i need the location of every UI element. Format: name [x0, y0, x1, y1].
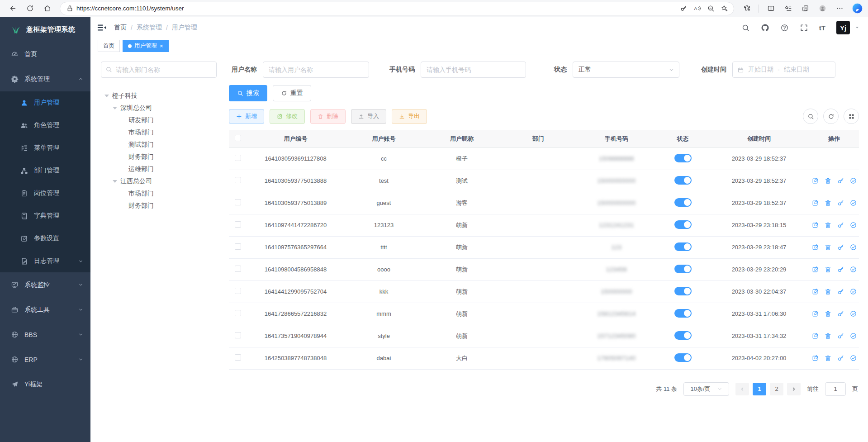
row-reset-password-icon[interactable]: [837, 222, 844, 228]
password-key-icon[interactable]: [677, 2, 690, 15]
collections-icon[interactable]: [797, 2, 813, 15]
breadcrumb-item[interactable]: 系统管理: [137, 24, 162, 32]
table-columns-button[interactable]: [844, 109, 859, 124]
row-delete-icon[interactable]: [825, 200, 831, 206]
browser-profile-avatar[interactable]: [814, 2, 830, 15]
row-delete-icon[interactable]: [825, 266, 831, 273]
sidebar-item-param[interactable]: 参数设置: [0, 227, 90, 250]
row-checkbox[interactable]: [235, 177, 241, 183]
page-button-2[interactable]: 2: [770, 383, 783, 395]
row-reset-password-icon[interactable]: [837, 288, 844, 295]
extensions-icon[interactable]: [739, 2, 755, 15]
sidebar-item-log[interactable]: 日志管理: [0, 250, 90, 272]
tab-close-icon[interactable]: ×: [160, 43, 163, 49]
sidebar-item-erp[interactable]: ERP: [0, 347, 90, 372]
row-edit-icon[interactable]: [812, 288, 819, 295]
row-edit-icon[interactable]: [812, 333, 819, 339]
add-button[interactable]: 新增: [229, 109, 264, 124]
status-toggle[interactable]: [674, 265, 692, 273]
sidebar-item-monitor[interactable]: 系统监控: [0, 272, 90, 297]
status-toggle[interactable]: [674, 242, 692, 251]
sidebar-item-tools[interactable]: 系统工具: [0, 297, 90, 322]
row-edit-icon[interactable]: [812, 310, 819, 317]
split-screen-icon[interactable]: [763, 2, 779, 15]
table-refresh-button[interactable]: [823, 109, 839, 124]
add-favorite-star-icon[interactable]: [717, 2, 731, 15]
tree-node[interactable]: 财务部门: [101, 200, 217, 212]
row-checkbox[interactable]: [235, 221, 241, 228]
row-assign-role-icon[interactable]: [850, 222, 857, 228]
row-reset-password-icon[interactable]: [837, 355, 844, 361]
browser-refresh-button[interactable]: [22, 2, 38, 15]
row-assign-role-icon[interactable]: [850, 355, 857, 361]
table-search-button[interactable]: [803, 109, 818, 124]
row-delete-icon[interactable]: [825, 333, 831, 339]
phone-input[interactable]: [421, 62, 526, 78]
github-icon[interactable]: [761, 24, 769, 32]
goto-page-input[interactable]: [825, 382, 846, 396]
browser-more-menu-icon[interactable]: [831, 2, 848, 15]
row-delete-icon[interactable]: [825, 355, 831, 361]
row-reset-password-icon[interactable]: [837, 310, 844, 317]
app-logo[interactable]: 意框架管理系统: [0, 17, 90, 42]
row-checkbox[interactable]: [235, 288, 241, 294]
sidebar-collapse-icon[interactable]: [97, 23, 107, 33]
row-checkbox[interactable]: [235, 199, 241, 205]
status-toggle[interactable]: [674, 353, 692, 362]
tree-node[interactable]: 江西总公司: [101, 175, 217, 187]
reset-button[interactable]: 重置: [273, 85, 311, 101]
next-page-button[interactable]: [787, 383, 801, 395]
row-edit-icon[interactable]: [812, 200, 819, 206]
row-assign-role-icon[interactable]: [850, 200, 857, 206]
status-toggle[interactable]: [674, 309, 692, 318]
row-reset-password-icon[interactable]: [837, 244, 844, 251]
row-delete-icon[interactable]: [825, 177, 831, 184]
select-all-checkbox[interactable]: [235, 135, 241, 141]
zoom-out-icon[interactable]: [704, 2, 717, 15]
status-toggle[interactable]: [674, 331, 692, 340]
tree-expand-caret-icon[interactable]: [113, 107, 117, 109]
status-toggle[interactable]: [674, 287, 692, 295]
sidebar-item-post[interactable]: 岗位管理: [0, 182, 90, 204]
favorites-list-icon[interactable]: [780, 2, 796, 15]
row-edit-icon[interactable]: [812, 244, 819, 251]
tree-node[interactable]: 深圳总公司: [101, 102, 217, 114]
tree-node[interactable]: 财务部门: [101, 151, 217, 163]
row-reset-password-icon[interactable]: [837, 333, 844, 339]
tree-node[interactable]: 市场部门: [101, 187, 217, 200]
header-search-icon[interactable]: [741, 24, 750, 32]
avatar-caret-down-icon[interactable]: [854, 25, 860, 30]
read-aloud-icon[interactable]: A: [690, 2, 704, 15]
row-assign-role-icon[interactable]: [850, 310, 857, 317]
row-delete-icon[interactable]: [825, 244, 831, 251]
row-edit-icon[interactable]: [812, 266, 819, 273]
row-delete-icon[interactable]: [825, 222, 831, 228]
row-checkbox[interactable]: [235, 310, 241, 316]
edit-button[interactable]: 修改: [270, 109, 305, 124]
browser-home-button[interactable]: [39, 2, 55, 15]
tree-expand-caret-icon[interactable]: [113, 180, 117, 183]
bing-copilot-icon[interactable]: [851, 2, 863, 14]
status-toggle[interactable]: [674, 220, 692, 229]
row-checkbox[interactable]: [235, 332, 241, 338]
sidebar-item-role[interactable]: 角色管理: [0, 114, 90, 137]
status-toggle[interactable]: [674, 154, 692, 162]
page-button-1[interactable]: 1: [753, 383, 766, 395]
tree-node[interactable]: 运维部门: [101, 163, 217, 175]
dept-search-input[interactable]: [101, 62, 217, 78]
sidebar-item-menu[interactable]: 菜单管理: [0, 137, 90, 159]
help-icon[interactable]: [780, 24, 789, 32]
row-reset-password-icon[interactable]: [837, 200, 844, 206]
delete-button[interactable]: 删除: [310, 109, 346, 124]
sidebar-item-home[interactable]: 首页: [0, 42, 90, 67]
address-bar[interactable]: https://ccnetcore.com:1101/system/user A: [60, 2, 734, 15]
row-edit-icon[interactable]: [812, 355, 819, 361]
sidebar-item-bbs[interactable]: BBS: [0, 322, 90, 347]
row-delete-icon[interactable]: [825, 310, 831, 317]
row-checkbox[interactable]: [235, 243, 241, 250]
row-checkbox[interactable]: [235, 155, 241, 161]
row-reset-password-icon[interactable]: [837, 266, 844, 273]
tab-active[interactable]: 用户管理×: [123, 40, 169, 52]
tree-node[interactable]: 测试部门: [101, 138, 217, 151]
fullscreen-icon[interactable]: [800, 24, 808, 32]
